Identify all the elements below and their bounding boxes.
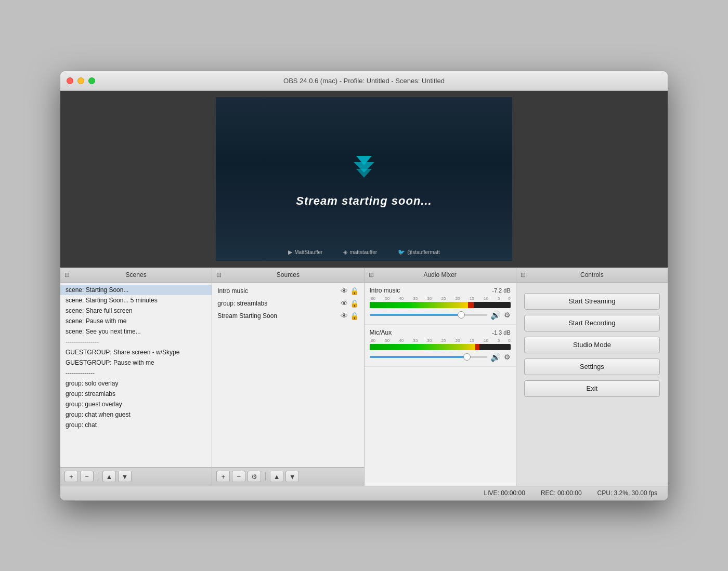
sources-title: Sources — [277, 271, 300, 278]
audio-channel-name: Intro music — [370, 287, 400, 294]
youtube-handle: ▶ MattStauffer — [288, 249, 322, 256]
scenes-header: ⊟ Scenes — [60, 268, 212, 283]
lock-icon[interactable]: 🔒 — [350, 299, 359, 308]
preview-logo — [348, 151, 380, 184]
preview-area: Stream starting soon... ▶ MattStauffer ◈… — [60, 91, 668, 268]
audio-mixer-title: Audio Mixer — [423, 271, 456, 278]
titlebar: OBS 24.0.6 (mac) - Profile: Untitled - S… — [60, 71, 668, 91]
start-recording-button[interactable]: Start Recording — [524, 315, 660, 331]
meter-red — [475, 344, 479, 350]
volume-slider[interactable] — [370, 314, 487, 316]
scene-item[interactable]: scene: See you next time... — [60, 326, 212, 337]
source-label: group: streamlabs — [217, 300, 267, 307]
maximize-button[interactable] — [88, 77, 95, 84]
volume-row: 🔊 ⚙ — [370, 352, 511, 362]
footer-divider — [265, 472, 266, 481]
source-icons: 👁 🔒 — [341, 287, 359, 295]
audio-meter — [370, 344, 511, 350]
scene-item[interactable]: scene: Pause with me — [60, 316, 212, 326]
scene-item[interactable]: scene: Share full screen — [60, 306, 212, 316]
source-label: Intro music — [217, 287, 248, 295]
scene-item[interactable]: scene: Starting Soon... — [60, 285, 212, 295]
close-button[interactable] — [67, 77, 73, 84]
audio-channel-mic: Mic/Aux -1.3 dB -60 -50 -40 -35 -30 -25 … — [365, 325, 516, 367]
audio-settings-icon[interactable]: ⚙ — [504, 311, 511, 319]
scenes-add-button[interactable]: + — [64, 471, 78, 482]
audio-db-value: -7.2 dB — [492, 287, 510, 294]
scenes-list: scene: Starting Soon... scene: Starting … — [60, 283, 212, 467]
scene-divider: -------------- — [60, 368, 212, 378]
meter-red — [468, 302, 474, 308]
source-icons: 👁 🔒 — [341, 312, 359, 320]
audio-settings-icon[interactable]: ⚙ — [504, 353, 511, 361]
preview-screen: Stream starting soon... ▶ MattStauffer ◈… — [216, 97, 512, 261]
scene-item[interactable]: group: guest overlay — [60, 399, 212, 409]
meter-labels: -60 -50 -40 -35 -30 -25 -20 -15 -10 -5 0 — [370, 296, 511, 301]
scene-item[interactable]: group: chat — [60, 420, 212, 430]
sources-header: ⊟ Sources — [212, 268, 363, 283]
obs-window: OBS 24.0.6 (mac) - Profile: Untitled - S… — [60, 71, 668, 501]
meter-labels: -60 -50 -40 -35 -30 -25 -20 -15 -10 -5 0 — [370, 338, 511, 343]
twitter-icon: 🐦 — [398, 249, 405, 256]
sources-lock-icon: ⊟ — [216, 271, 222, 278]
volume-slider[interactable] — [370, 356, 487, 358]
scene-item[interactable]: group: solo overlay — [60, 378, 212, 389]
meter-yellow — [461, 344, 475, 350]
meter-green — [370, 344, 461, 350]
source-item[interactable]: Intro music 👁 🔒 — [212, 285, 363, 297]
live-status: LIVE: 00:00:00 — [484, 489, 525, 497]
mute-icon[interactable]: 🔊 — [490, 352, 501, 362]
settings-button[interactable]: Settings — [524, 358, 660, 375]
scenes-remove-button[interactable]: − — [80, 471, 94, 482]
scenes-lock-icon: ⊟ — [64, 271, 70, 278]
titlebar-buttons — [67, 77, 95, 84]
sources-down-button[interactable]: ▼ — [285, 471, 299, 482]
meter-bar — [370, 344, 511, 350]
controls-panel: ⊟ Controls Start Streaming Start Recordi… — [516, 268, 668, 486]
meter-green — [370, 302, 447, 308]
scenes-down-button[interactable]: ▼ — [118, 471, 132, 482]
scene-divider: ---------------- — [60, 337, 212, 347]
lock-icon[interactable]: 🔒 — [350, 312, 359, 320]
window-title: OBS 24.0.6 (mac) - Profile: Untitled - S… — [283, 77, 445, 85]
sources-list: Intro music 👁 🔒 group: streamlabs 👁 🔒 St… — [212, 283, 363, 467]
sources-up-button[interactable]: ▲ — [270, 471, 283, 482]
sources-settings-button[interactable]: ⚙ — [248, 471, 261, 482]
eye-icon[interactable]: 👁 — [341, 299, 348, 308]
sources-panel: ⊟ Sources Intro music 👁 🔒 group: streaml… — [212, 268, 364, 486]
controls-title: Controls — [580, 271, 604, 278]
meter-bar — [370, 302, 511, 308]
scenes-up-button[interactable]: ▲ — [102, 471, 116, 482]
scene-item[interactable]: group: streamlabs — [60, 389, 212, 399]
eye-icon[interactable]: 👁 — [341, 287, 348, 295]
eye-icon[interactable]: 👁 — [341, 312, 348, 320]
source-item[interactable]: group: streamlabs 👁 🔒 — [212, 297, 363, 310]
audio-channel-header: Mic/Aux -1.3 dB — [370, 329, 511, 336]
audio-channel-intro: Intro music -7.2 dB -60 -50 -40 -35 -30 … — [365, 283, 516, 325]
svg-marker-2 — [356, 169, 372, 178]
studio-mode-button[interactable]: Studio Mode — [524, 337, 660, 353]
preview-footer: ▶ MattStauffer ◈ mattstauffer 🐦 @stauffe… — [288, 249, 440, 256]
mute-icon[interactable]: 🔊 — [490, 310, 501, 320]
scenes-title: Scenes — [126, 271, 147, 278]
sources-add-button[interactable]: + — [216, 471, 230, 482]
audio-mixer-panel: ⊟ Audio Mixer Intro music -7.2 dB -60 -5… — [365, 268, 516, 486]
scene-item[interactable]: GUESTGROUP: Pause with me — [60, 357, 212, 368]
audio-meter — [370, 302, 511, 308]
scene-item[interactable]: scene: Starting Soon... 5 minutes — [60, 295, 212, 306]
start-streaming-button[interactable]: Start Streaming — [524, 293, 660, 310]
lock-icon[interactable]: 🔒 — [350, 287, 359, 295]
controls-lock-icon: ⊟ — [521, 271, 526, 278]
exit-button[interactable]: Exit — [524, 380, 660, 397]
source-item[interactable]: Stream Starting Soon 👁 🔒 — [212, 310, 363, 322]
panel-row: ⊟ Scenes scene: Starting Soon... scene: … — [60, 268, 668, 486]
minimize-button[interactable] — [77, 77, 84, 84]
sources-remove-button[interactable]: − — [232, 471, 245, 482]
audio-mixer-header: ⊟ Audio Mixer — [365, 268, 516, 283]
controls-header: ⊟ Controls — [516, 268, 668, 283]
scene-item[interactable]: group: chat when guest — [60, 409, 212, 420]
footer-divider — [98, 472, 98, 481]
twitch-handle: ◈ mattstauffer — [343, 249, 377, 256]
scene-item[interactable]: GUESTGROUP: Share screen - w/Skype — [60, 347, 212, 357]
scenes-footer: + − ▲ ▼ — [60, 467, 212, 486]
